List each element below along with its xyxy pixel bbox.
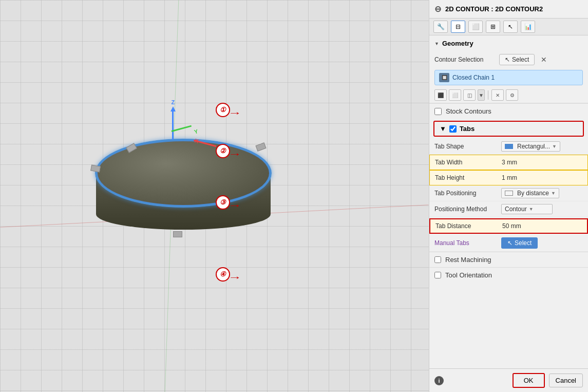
tabs-section-title: Tabs [460,125,475,133]
panel-tabs: 🔧 ⊟ ⬜ ⊞ ↖ 📊 [429,18,588,35]
manual-tabs-select-button[interactable]: ↖ Select [501,237,538,249]
tab-icon-cursor[interactable]: ↖ [503,21,518,33]
tab-shape-row: Tab Shape Rectangul... ▼ [429,139,588,155]
minimize-icon[interactable]: ⊖ [434,4,441,14]
stock-contours-checkbox[interactable] [434,108,442,115]
sub-icon-gear[interactable]: ⚙ [506,89,518,101]
stock-contours-row: Stock Contours [429,103,588,119]
tab-height-row: Tab Height 1 mm [429,170,588,185]
annotation-3: ③ [216,195,230,210]
tab-icon-tool[interactable]: 🔧 [433,21,448,33]
cursor-icon-white: ↖ [507,239,513,247]
triangle-icon: ▼ [434,41,439,46]
geometry-section-header[interactable]: ▼ Geometry [429,35,588,51]
annotation-4: ④ [216,267,230,282]
stock-contours-label: Stock Contours [446,107,491,115]
tool-orientation-checkbox[interactable] [434,272,441,278]
closed-chain-label: Closed Chain 1 [452,74,495,81]
tabs-triangle-icon: ▼ [440,125,446,133]
tab-distance-value: 50 mm [502,222,582,230]
sub-toolbar: ⬛ ⬜ ◫ ▼ ✕ ⚙ [429,87,588,103]
tool-orientation-row: Tool Orientation [429,267,588,283]
spacer [429,283,588,368]
contour-clear-button[interactable]: ✕ [538,54,550,65]
right-panel: ⊖ 2D CONTOUR : 2D CONTOUR2 🔧 ⊟ ⬜ ⊞ ↖ 📊 ▼… [429,0,588,392]
tab-indicator-tr [255,142,266,151]
positioning-method-dropdown: Contour ▼ [501,204,583,214]
geometry-section: ▼ Geometry Contour Selection ↖ Select ✕ … [429,35,588,103]
tabs-checkbox[interactable] [449,125,457,133]
tab-height-value: 1 mm [502,174,582,181]
tab-height-label: Tab Height [435,174,502,181]
tab-distance-label: Tab Distance [435,222,502,230]
tab-width-value: 3 mm [502,159,582,166]
positioning-method-select[interactable]: Contour ▼ [501,204,553,214]
tab-positioning-label: Tab Positioning [434,190,501,197]
tab-shape-label: Tab Shape [434,143,501,150]
dropdown-arrow-icon2: ▼ [551,191,556,196]
manual-tabs-label: Manual Tabs [434,239,501,247]
rest-machining-label: Rest Machining [445,256,491,264]
rect-icon [505,144,513,149]
contour-select-button[interactable]: ↖ Select [499,54,535,65]
tab-width-row: Tab Width 3 mm [429,155,588,170]
tab-indicator-left [90,164,101,172]
sub-icon-wire[interactable]: ⬜ [449,89,461,101]
rest-machining-checkbox[interactable] [434,256,441,263]
annotation-1: ① [216,103,230,117]
contour-selection-row: Contour Selection ↖ Select ✕ [429,51,588,68]
info-icon[interactable]: i [434,376,444,385]
ok-button[interactable]: OK [513,373,545,388]
tab-shape-select[interactable]: Rectangul... ▼ [501,141,560,152]
dropdown-arrow-icon3: ▼ [529,207,534,212]
dropdown-arrow-icon: ▼ [552,144,557,149]
sub-icon-surface[interactable]: ◫ [463,89,476,101]
tab-shape-dropdown: Rectangul... ▼ [501,141,583,152]
sub-divider [488,90,488,100]
tab-icon-table[interactable]: ⊞ [486,21,500,33]
tab-indicator-bottom [173,231,182,237]
panel-title: ⊖ 2D CONTOUR : 2D CONTOUR2 [429,0,588,18]
3d-disk: Z Y X [86,129,281,263]
contour-selection-label: Contour Selection [434,56,496,63]
blue-contour-ring [95,139,272,208]
tab-icon-cube[interactable]: ⬜ [468,21,483,33]
bottom-buttons: i OK Cancel [429,368,588,392]
sub-icon-solid[interactable]: ⬛ [434,89,447,101]
tabs-section-header[interactable]: ▼ Tabs [433,121,584,137]
dist-icon [505,191,513,196]
positioning-method-label: Positioning Method [434,206,501,213]
viewport-3d[interactable]: Z Y X ① → ② → ③ → ④ → [0,0,429,392]
annotation-2: ② [216,144,230,158]
sub-icon-x[interactable]: ✕ [491,89,504,101]
positioning-method-row: Positioning Method Contour ▼ [429,201,588,217]
tab-icon-layers[interactable]: ⊟ [451,21,465,33]
panel-title-text: 2D CONTOUR : 2D CONTOUR2 [445,5,543,13]
rest-machining-row: Rest Machining [429,252,588,267]
tool-orientation-label: Tool Orientation [445,271,492,279]
tab-width-label: Tab Width [435,159,502,166]
chain-icon: 🔲 [439,73,449,82]
tab-positioning-row: Tab Positioning By distance ▼ [429,185,588,201]
tab-positioning-dropdown: By distance ▼ [501,188,583,198]
tab-positioning-select[interactable]: By distance ▼ [501,188,559,198]
tab-icon-chart[interactable]: 📊 [521,21,535,33]
closed-chain-box: 🔲 Closed Chain 1 [434,70,583,85]
manual-tabs-row: Manual Tabs ↖ Select [429,235,588,252]
sub-icon-dropdown[interactable]: ▼ [478,89,485,101]
cursor-icon-small: ↖ [505,56,510,63]
tab-distance-row: Tab Distance 50 mm [429,218,588,234]
cancel-button[interactable]: Cancel [549,374,583,387]
geometry-section-title: Geometry [442,40,473,47]
